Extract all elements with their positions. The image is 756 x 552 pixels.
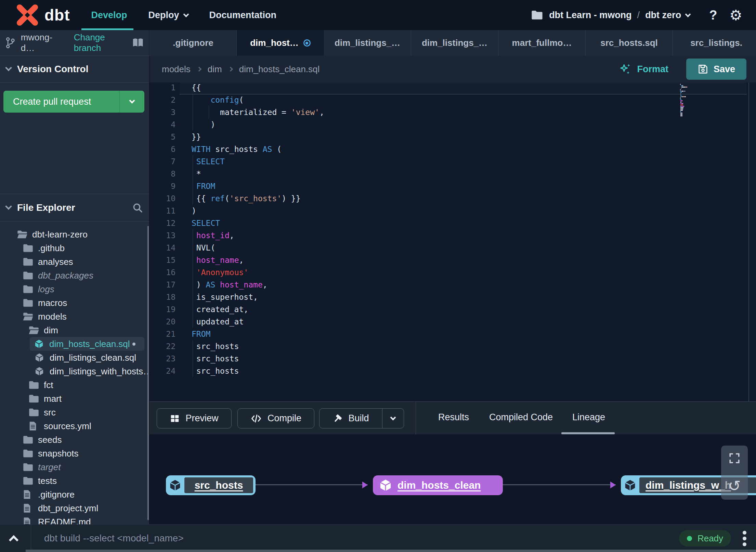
tab-results[interactable]: Results — [438, 412, 469, 423]
tab--gitignore[interactable]: .gitignore — [149, 30, 237, 56]
settings-gear-icon[interactable]: ⚙ — [729, 7, 742, 24]
tab-dim-listings-[interactable]: dim_listings_… — [411, 30, 498, 56]
tree-item-dbt-learn-zero[interactable]: dbt-learn-zero — [0, 228, 149, 241]
line-number: 15 — [149, 254, 175, 266]
tab-compiled-code[interactable]: Compiled Code — [489, 412, 553, 423]
modified-dot — [132, 343, 135, 346]
tab-dim-host-[interactable]: dim_host… — [237, 30, 324, 56]
tree-item-dbt-project-yml[interactable]: dbt_project.yml — [0, 501, 149, 515]
branch-name: mwong-d… — [21, 32, 64, 53]
file-explorer-scrollbar[interactable] — [147, 226, 149, 520]
lineage-canvas[interactable]: src_hosts dim_hosts_clean dim_listings_w… — [149, 434, 756, 524]
line-number: 9 — [149, 180, 175, 192]
tree-item--gitignore[interactable]: .gitignore — [0, 488, 149, 501]
build-hammer-icon — [333, 413, 343, 424]
node-label: dim_listings_w_h — [646, 479, 731, 491]
tree-item-label: analyses — [38, 257, 73, 267]
line-number: 11 — [149, 205, 175, 217]
save-button[interactable]: Save — [686, 59, 746, 80]
minimap[interactable] — [680, 84, 700, 117]
tree-item-models[interactable]: models — [0, 310, 149, 323]
dbt-logo[interactable]: dbt — [15, 3, 70, 27]
horizontal-scrollbar[interactable] — [26, 550, 756, 552]
tree-item-label: models — [38, 311, 67, 322]
breadcrumb-models[interactable]: models — [162, 64, 191, 75]
build-dropdown-caret[interactable] — [382, 409, 404, 428]
tree-item-fct[interactable]: fct — [0, 378, 149, 392]
tree-item-sources-yml[interactable]: sources.yml — [0, 419, 149, 433]
nav-documentation[interactable]: Documentation — [209, 0, 277, 30]
line-number: 8 — [149, 168, 175, 180]
line-number: 17 — [149, 279, 175, 291]
status-badge: Ready — [679, 530, 731, 547]
lineage-node-dim-hosts-clean[interactable]: dim_hosts_clean — [373, 475, 503, 495]
tree-item-dim[interactable]: dim — [0, 323, 149, 337]
tree-item-macros[interactable]: macros — [0, 296, 149, 310]
tree-item-analyses[interactable]: analyses — [0, 255, 149, 269]
git-branch-icon — [5, 37, 15, 49]
code-editor[interactable]: 1{{2 config(3 materialized = 'view',4 )5… — [149, 82, 756, 401]
tree-item-dim-listings-with-hosts-[interactable]: dim_listings_with_hosts… — [0, 364, 149, 378]
preview-label: Preview — [185, 413, 218, 424]
tree-item-logs[interactable]: logs — [0, 282, 149, 296]
tree-item-tests[interactable]: tests — [0, 474, 149, 488]
tree-item-mart[interactable]: mart — [0, 392, 149, 406]
kebab-menu[interactable] — [743, 530, 746, 547]
tree-item-dbt-packages[interactable]: dbt_packages — [0, 269, 149, 282]
line-number: 13 — [149, 229, 175, 242]
nav-deploy[interactable]: Deploy — [148, 0, 188, 30]
fullscreen-icon[interactable] — [729, 452, 740, 464]
build-button[interactable]: Build — [320, 409, 382, 428]
preview-button[interactable]: Preview — [157, 408, 232, 428]
file-explorer-header[interactable]: File Explorer — [0, 194, 149, 222]
tab-lineage[interactable]: Lineage — [572, 412, 605, 423]
tab-label: dim_listings_… — [422, 38, 487, 48]
lineage-arrowhead — [610, 482, 616, 488]
tab-src-listings-[interactable]: src_listings. — [673, 30, 756, 56]
create-pull-request-button[interactable]: Create pull request — [3, 91, 144, 113]
breadcrumb-dim[interactable]: dim — [208, 64, 222, 75]
tree-item-readme-md[interactable]: README.md — [0, 515, 149, 524]
build-label: Build — [348, 413, 369, 424]
line-number: 5 — [149, 131, 175, 143]
chevron-up-icon[interactable] — [9, 535, 18, 545]
tab-mart-fullmo-[interactable]: mart_fullmo… — [498, 30, 586, 56]
tree-item--github[interactable]: .github — [0, 241, 149, 255]
change-branch-link[interactable]: Change branch — [74, 32, 132, 53]
pr-dropdown-caret[interactable] — [120, 99, 144, 105]
tree-item-dim-hosts-clean-sql[interactable]: dim_hosts_clean.sql — [30, 337, 144, 351]
tree-item-target[interactable]: target — [0, 460, 149, 474]
refresh-icon[interactable]: ↺ — [728, 479, 741, 493]
chevron-right-icon — [228, 67, 233, 72]
tree-item-src[interactable]: src — [0, 406, 149, 419]
command-input[interactable]: dbt build --select <model_name> — [44, 533, 184, 544]
line-number: 6 — [149, 143, 175, 155]
tab-src-hosts-sql[interactable]: src_hosts.sql — [586, 30, 673, 56]
lineage-edge — [503, 484, 616, 485]
help-button[interactable]: ? — [709, 8, 717, 23]
folder-icon — [23, 435, 33, 444]
tree-item-label: .github — [38, 243, 65, 254]
tab-dim-listings-[interactable]: dim_listings_… — [324, 30, 411, 56]
preview-grid-icon — [170, 413, 180, 424]
model-cube-icon — [169, 479, 181, 491]
lineage-edge — [256, 484, 368, 485]
editor-scrollbar[interactable] — [748, 82, 749, 401]
compile-button[interactable]: Compile — [237, 408, 314, 428]
compile-code-icon — [250, 413, 262, 424]
nav-develop[interactable]: Develop — [91, 0, 127, 30]
lineage-controls: ↺ — [721, 446, 748, 500]
book-icon[interactable] — [132, 38, 144, 48]
format-button[interactable]: Format — [619, 63, 668, 76]
toolbar-divider — [416, 402, 416, 435]
tree-item-snapshots[interactable]: snapshots — [0, 447, 149, 460]
tree-item-label: mart — [44, 394, 62, 404]
version-control-header[interactable]: Version Control — [0, 56, 149, 83]
lineage-node-src-hosts[interactable]: src_hosts — [166, 475, 256, 495]
line-number: 19 — [149, 303, 175, 316]
tree-item-seeds[interactable]: seeds — [0, 433, 149, 447]
search-icon[interactable] — [132, 202, 143, 213]
chevron-down-icon — [5, 64, 12, 71]
project-switcher[interactable]: dbt Learn - mwong / dbt zero — [531, 10, 690, 21]
tree-item-dim-listings-clean-sql[interactable]: dim_listings_clean.sql — [0, 351, 149, 364]
